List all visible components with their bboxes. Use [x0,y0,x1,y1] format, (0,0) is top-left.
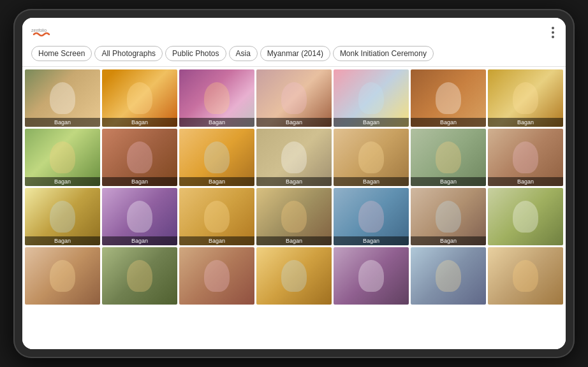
photo-label: Bagan [334,236,409,245]
breadcrumb-item-myanmar[interactable]: Myanmar (2014) [260,46,330,61]
photo-cell-r2c4[interactable]: Bagan [256,129,332,186]
photo-label: Bagan [334,118,409,127]
photo-cell-r1c6[interactable]: Bagan [411,69,486,127]
photo-cell-r3c5[interactable]: Bagan [334,188,409,245]
tablet-screen: zenfolio Home Sc [22,18,566,349]
breadcrumb-item-all-photos[interactable]: All Photographs [94,46,163,61]
photo-cell-r2c2[interactable]: Bagan [102,129,177,186]
header-left: zenfolio [31,25,57,40]
photo-cell-r2c5[interactable]: Bagan [334,129,409,186]
photo-cell-r1c5[interactable]: Bagan [334,69,409,127]
grid-row-1: BaganBaganBaganBaganBaganBaganBagan [25,69,563,127]
photo-label: Bagan [334,177,409,186]
grid-row-3: BaganBaganBaganBaganBaganBagan [25,188,563,245]
photo-cell-r3c3[interactable]: Bagan [179,188,254,245]
photo-cell-r1c2[interactable]: Bagan [102,69,177,127]
photo-label: Bagan [256,236,332,245]
photo-label: Bagan [102,177,177,186]
photo-cell-r4c5[interactable] [334,247,409,305]
photo-cell-r4c4[interactable] [256,247,332,305]
photo-cell-r1c4[interactable]: Bagan [256,69,332,127]
photo-label: Bagan [411,118,486,127]
photo-cell-r2c6[interactable]: Bagan [411,129,486,186]
photo-cell-r4c2[interactable] [102,247,177,305]
photo-label: Bagan [411,177,486,186]
zenfolio-logo: zenfolio [31,25,52,40]
photo-grid: BaganBaganBaganBaganBaganBaganBaganBagan… [22,67,566,349]
photo-label: Bagan [488,118,563,127]
breadcrumb-item-ceremony[interactable]: Monk Initiation Ceremony [333,46,434,61]
photo-cell-r4c1[interactable] [25,247,100,305]
photo-label: Bagan [25,118,100,127]
photo-cell-r1c1[interactable]: Bagan [25,69,100,127]
photo-label: Bagan [256,118,332,127]
photo-cell-r3c6[interactable]: Bagan [411,188,486,245]
photo-label: Bagan [102,118,177,127]
photo-label: Bagan [256,177,332,186]
breadcrumb-item-public[interactable]: Public Photos [165,46,226,61]
photo-cell-r3c7[interactable] [488,188,563,245]
photo-cell-r1c3[interactable]: Bagan [179,69,254,127]
photo-label: Bagan [488,177,563,186]
tablet-device: zenfolio Home Sc [13,9,575,358]
svg-text:zenfolio: zenfolio [31,28,47,32]
grid-row-2: BaganBaganBaganBaganBaganBaganBagan [25,129,563,186]
photo-cell-r3c2[interactable]: Bagan [102,188,177,245]
photo-label: Bagan [179,118,254,127]
photo-cell-r4c7[interactable] [488,247,563,305]
photo-cell-r2c1[interactable]: Bagan [25,129,100,186]
breadcrumb: Home ScreenAll PhotographsPublic PhotosA… [31,46,557,66]
photo-cell-r3c4[interactable]: Bagan [256,188,332,245]
breadcrumb-item-asia[interactable]: Asia [229,46,258,61]
photo-label: Bagan [25,236,100,245]
photo-cell-r1c7[interactable]: Bagan [488,69,563,127]
photo-label: Bagan [179,236,254,245]
photo-label: Bagan [411,236,486,245]
more-button[interactable] [549,24,557,41]
app-header: zenfolio Home Sc [22,18,566,67]
photo-label: Bagan [179,177,254,186]
grid-row-4 [25,247,563,305]
breadcrumb-item-home[interactable]: Home Screen [31,46,92,61]
photo-label: Bagan [25,177,100,186]
photo-label: Bagan [102,236,177,245]
photo-cell-r4c6[interactable] [411,247,486,305]
zenfolio-logo-icon: zenfolio [31,25,52,40]
photo-cell-r2c7[interactable]: Bagan [488,129,563,186]
photo-cell-r2c3[interactable]: Bagan [179,129,254,186]
photo-cell-r4c3[interactable] [179,247,254,305]
photo-cell-r3c1[interactable]: Bagan [25,188,100,245]
